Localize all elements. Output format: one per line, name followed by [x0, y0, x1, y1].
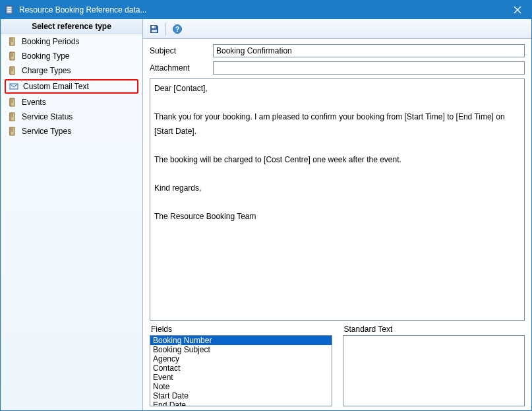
standard-text-panel: Standard Text: [343, 325, 525, 406]
toolbar-divider: [165, 22, 166, 36]
reference-icon: [7, 97, 18, 108]
reference-icon: [7, 36, 18, 47]
content-area: ? Subject Attachment Dear [Contact], Tha…: [143, 19, 531, 410]
list-item[interactable]: Contact: [150, 364, 332, 373]
standard-text-panel-title: Standard Text: [343, 325, 525, 334]
sidebar-item-service-types[interactable]: Service Types: [1, 124, 142, 139]
sidebar-item-label: Events: [22, 98, 46, 107]
sidebar-item-label: Booking Periods: [22, 37, 79, 46]
sidebar-item-booking-periods[interactable]: Booking Periods: [1, 34, 142, 49]
sidebar-item-label: Booking Type: [22, 51, 70, 61]
svg-rect-1: [7, 7, 11, 9]
reference-icon: [7, 126, 18, 137]
fields-listbox[interactable]: Booking NumberBooking SubjectAgencyConta…: [150, 335, 332, 406]
attachment-input[interactable]: [213, 61, 525, 75]
close-button[interactable]: [504, 1, 531, 19]
list-item[interactable]: Note: [150, 382, 332, 391]
list-item[interactable]: Event: [150, 373, 332, 382]
titlebar: Resource Booking Reference data...: [1, 1, 531, 19]
email-icon: [9, 81, 19, 92]
list-item[interactable]: Start Date: [150, 391, 332, 400]
fields-panel-title: Fields: [150, 325, 332, 334]
bottom-panels: Fields Booking NumberBooking SubjectAgen…: [150, 325, 525, 406]
window-title: Resource Booking Reference data...: [19, 5, 504, 15]
sidebar-header: Select reference type: [1, 19, 142, 34]
sidebar-item-booking-type[interactable]: Booking Type: [1, 49, 142, 63]
sidebar: Select reference type Booking Periods Bo…: [1, 19, 143, 410]
svg-text:?: ?: [175, 25, 179, 32]
svg-rect-7: [155, 26, 156, 28]
save-button[interactable]: [147, 22, 162, 36]
standard-text-listbox[interactable]: [343, 335, 525, 406]
sidebar-item-label: Charge Types: [22, 66, 71, 75]
subject-label: Subject: [150, 46, 209, 55]
help-button[interactable]: ?: [170, 22, 185, 36]
svg-rect-2: [7, 9, 11, 11]
list-item[interactable]: End Date: [150, 400, 332, 406]
app-window: Resource Booking Reference data... Selec…: [0, 0, 532, 411]
reference-icon: [7, 65, 18, 76]
reference-icon: [7, 51, 18, 61]
sidebar-item-charge-types[interactable]: Charge Types: [1, 63, 142, 78]
attachment-label: Attachment: [150, 63, 209, 73]
sidebar-item-custom-email-text[interactable]: Custom Email Text: [5, 79, 138, 94]
sidebar-item-events[interactable]: Events: [1, 95, 142, 110]
reference-icon: [7, 111, 18, 122]
window-body: Select reference type Booking Periods Bo…: [1, 19, 531, 410]
list-item[interactable]: Agency: [150, 354, 332, 364]
svg-rect-3: [7, 11, 11, 13]
subject-input[interactable]: [213, 44, 525, 57]
app-icon: [5, 5, 15, 15]
list-item[interactable]: Booking Subject: [150, 345, 332, 354]
sidebar-item-service-status[interactable]: Service Status: [1, 110, 142, 124]
toolbar: ?: [143, 19, 531, 39]
fields-panel: Fields Booking NumberBooking SubjectAgen…: [150, 325, 332, 406]
subject-row: Subject: [150, 44, 525, 57]
sidebar-item-label: Custom Email Text: [23, 82, 89, 91]
email-body-editor[interactable]: Dear [Contact], Thank you for your booki…: [150, 79, 525, 321]
svg-rect-6: [152, 30, 157, 32]
sidebar-item-label: Service Types: [22, 127, 71, 136]
attachment-row: Attachment: [150, 61, 525, 75]
form-area: Subject Attachment Dear [Contact], Thank…: [143, 39, 531, 410]
sidebar-item-label: Service Status: [22, 112, 73, 121]
list-item[interactable]: Booking Number: [150, 336, 332, 345]
